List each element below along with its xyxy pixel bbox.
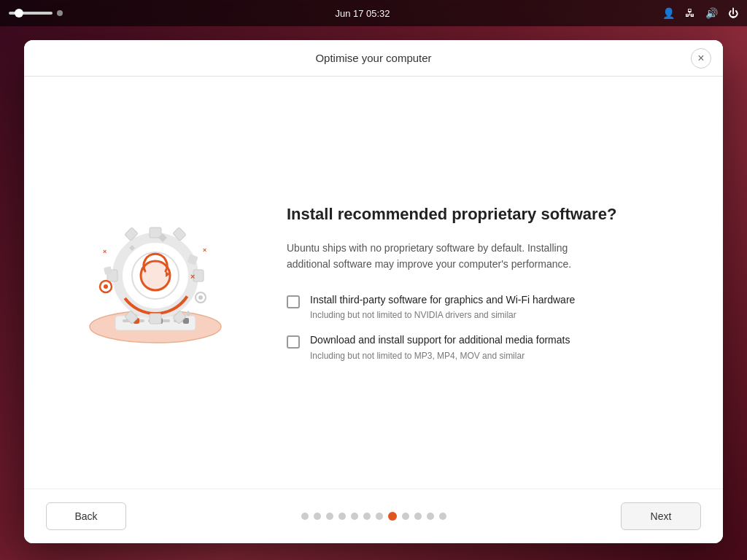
pagination-dot-6 [376,513,383,520]
pagination-dot-7 [388,512,397,521]
pagination-dot-9 [414,513,422,520]
volume-icon[interactable]: 🔊 [705,7,718,19]
volume-slider[interactable] [9,12,53,15]
close-button[interactable]: × [691,48,711,69]
pagination-dot-2 [326,513,333,520]
illustration-area: × × × [68,188,243,378]
pagination-dot-11 [439,513,446,520]
option-text-graphics: Install third-party software for graphic… [310,293,575,321]
pagination-dot-8 [402,513,409,520]
option-label-media: Download and install support for additio… [310,333,570,348]
pagination-dot-4 [351,513,358,520]
pagination-dot-0 [301,513,309,520]
topbar-indicator [57,10,63,16]
dialog-title: Optimise your computer [315,52,431,64]
svg-text:×: × [190,272,195,281]
main-description: Ubuntu ships with no proprietary softwar… [287,240,593,273]
option-sublabel-graphics: Including but not limited to NVIDIA driv… [310,310,575,320]
power-icon[interactable]: ⏻ [728,7,738,19]
option-sublabel-media: Including but not limited to MP3, MP4, M… [310,351,570,361]
pagination-dot-1 [314,513,321,520]
option-item-media: Download and install support for additio… [287,333,679,361]
svg-text:×: × [203,246,206,254]
option-text-media: Download and install support for additio… [310,333,570,361]
svg-rect-11 [150,314,161,324]
svg-rect-10 [150,228,161,238]
checkbox-graphics-wifi[interactable] [287,295,300,308]
dialog-window: Optimise your computer × [24,40,723,543]
main-heading: Install recommended proprietary software… [287,204,679,225]
checkbox-media-formats[interactable] [287,335,300,349]
option-item-graphics: Install third-party software for graphic… [287,293,679,321]
pagination-dot-10 [427,513,434,520]
svg-point-28 [104,284,108,289]
option-label-graphics: Install third-party software for graphic… [310,293,575,308]
svg-point-26 [198,295,203,300]
right-content: Install recommended proprietary software… [287,204,679,361]
person-icon[interactable]: 👤 [662,7,675,19]
svg-text:×: × [103,248,107,255]
dialog-content: × × × Install recommended proprietary so… [24,77,723,489]
dialog-footer: Back Next [24,489,723,543]
back-button[interactable]: Back [46,502,126,530]
topbar-right-icons: 👤 🖧 🔊 ⏻ [662,7,738,19]
dialog-titlebar: Optimise your computer × [24,40,723,77]
pagination-dot-5 [363,513,371,520]
pagination-dot-3 [338,513,346,520]
network-icon[interactable]: 🖧 [685,7,695,19]
topbar-left [9,10,63,16]
next-button[interactable]: Next [621,502,701,530]
options-list: Install third-party software for graphic… [287,293,679,361]
pagination-dots [301,512,446,521]
topbar: Jun 17 05:32 👤 🖧 🔊 ⏻ [0,0,747,26]
gear-illustration: × × × [75,203,236,363]
topbar-datetime: Jun 17 05:32 [335,8,390,19]
